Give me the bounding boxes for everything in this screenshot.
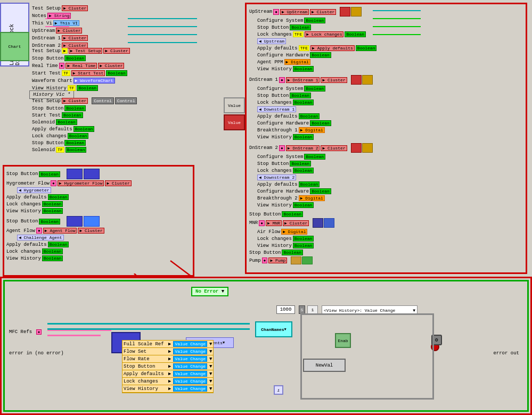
notes-row: Notes ▶ String [32,13,88,19]
lock-changes-row: Lock changes ▶ Value Change ▼ [122,378,213,385]
value-table: Full Scale Ref ▶ Value Change ▼ Flow Set… [122,340,214,393]
this-vi-row: This Vi ▶ This VI [32,20,88,26]
chart-area: Chart [0,32,29,61]
stop-button-row: Stop Button ▶ Value Change ▼ [122,363,213,370]
dnstream1-row-1: DnStream 1 ▶ Cluster [32,35,88,41]
middle-cluster-section: Test Setup ▶ Cluster Control Control Sto… [32,97,256,154]
thousand-value: 1000 [276,305,295,314]
red-box-left: Stop Button Boolean Hygrometer Flow ● ▶ … [3,165,194,277]
mfc-refs-label: MFC Refs ● [9,329,42,335]
loop-index: i [274,385,283,395]
view-history-row: View History ▶ Value Change ▼ [122,385,213,393]
main-canvas: LabVIEW Block Diagram Test Setup ▶ Clust… [0,0,532,415]
chan-names-box: ChanNames ▼ [255,321,292,337]
error-out-label: error out [493,351,519,356]
flow-set-row: Flow Set ▶ Value Change ▼ [122,348,213,355]
no-error-box: No Error ▼ [191,287,228,296]
test-setup-row-1: Test Setup ▶ Cluster [32,5,88,11]
full-scale-ref-row: Full Scale Ref ▶ Value Change ▼ [122,341,213,348]
flow-rate-row: Flow Rate ▶ Value Change ▼ [122,355,213,363]
test-setup-section: Test Setup ▶ ▶ Test Setup ▶ Cluster Stop… [32,48,234,93]
red-box-top-right: UpStream ● ▶ UpStream ▶ Cluster Configur… [245,3,527,274]
error-in-label: error in (no error) [9,351,64,356]
apply-defaults-row: Apply defaults ▶ Value Change ▼ [122,370,213,378]
bottom-panel: No Error ▼ 1000 S 1 <View History>: Valu… [0,277,532,415]
while-loop-border [300,313,434,400]
upstream-row-1: UpStream ▶ Cluster [32,28,88,34]
